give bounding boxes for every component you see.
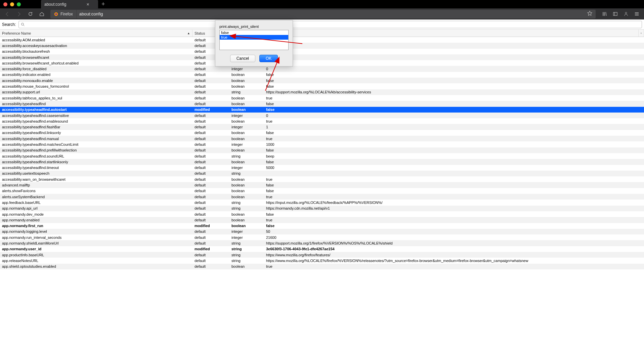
- pref-name: accessibility.typeaheadfind.flashBar: [0, 125, 192, 129]
- window-close-button[interactable]: [3, 2, 7, 6]
- pref-row[interactable]: accessibility.accesskeycausesactivationd…: [0, 43, 644, 48]
- pref-row[interactable]: app.normandy.shieldLearnMoreUrldefaultst…: [0, 240, 644, 246]
- dialog-option[interactable]: false: [220, 30, 288, 35]
- pref-type: integer: [229, 229, 264, 233]
- url-text[interactable]: about:config: [77, 11, 584, 16]
- pref-row[interactable]: accessibility.typeaheadfind.startlinkson…: [0, 159, 644, 165]
- pref-row[interactable]: app.normandy.dev_modedefaultbooleanfalse: [0, 211, 644, 217]
- site-identity[interactable]: Firefox: [50, 10, 77, 18]
- sidebar-button[interactable]: [610, 9, 620, 19]
- cancel-button[interactable]: Cancel: [230, 55, 255, 62]
- pref-status: default: [192, 131, 229, 135]
- pref-row[interactable]: accessibility.typeaheadfind.autostartmod…: [0, 107, 644, 113]
- browser-tab[interactable]: about:config ×: [41, 0, 98, 8]
- pref-row[interactable]: accessibility.tabfocus_applies_to_xuldef…: [0, 95, 644, 101]
- pref-row[interactable]: accessibility.typeaheadfind.soundURLdefa…: [0, 153, 644, 159]
- column-picker-button[interactable]: [639, 30, 644, 37]
- pref-row[interactable]: accessibility.typeaheadfind.casesensitiv…: [0, 113, 644, 118]
- account-button[interactable]: [621, 9, 631, 19]
- window-zoom-button[interactable]: [17, 2, 21, 6]
- pref-row[interactable]: alerts.showFaviconsdefaultbooleanfalse: [0, 188, 644, 194]
- column-header-value[interactable]: Value: [264, 30, 639, 37]
- tab-close-icon[interactable]: ×: [86, 2, 89, 7]
- pref-name: accessibility.typeaheadfind.autostart: [0, 107, 192, 112]
- search-box[interactable]: [18, 21, 642, 28]
- pref-type: boolean: [229, 137, 264, 141]
- pref-row[interactable]: app.normandy.logging.leveldefaultinteger…: [0, 229, 644, 234]
- app-menu-button[interactable]: [632, 9, 641, 19]
- pref-status: default: [192, 154, 229, 158]
- pref-row[interactable]: advanced.mailftpdefaultbooleanfalse: [0, 182, 644, 188]
- pref-status: default: [192, 160, 229, 164]
- hamburger-icon: [634, 11, 639, 16]
- pref-name: app.shield.optoutstudies.enabled: [0, 264, 192, 268]
- pref-row[interactable]: accessibility.typeaheadfind.linksonlydef…: [0, 130, 644, 136]
- pref-row[interactable]: accessibility.blockautorefreshdefault: [0, 49, 644, 54]
- pref-value: 21600: [264, 235, 644, 240]
- sidebar-icon: [613, 11, 618, 16]
- reload-icon: [28, 11, 33, 16]
- pref-status: default: [192, 84, 229, 88]
- pref-row[interactable]: accessibility.typeaheadfind.prefillwiths…: [0, 147, 644, 153]
- column-header-name[interactable]: Preference Name ▲: [0, 30, 192, 37]
- ok-button[interactable]: OK: [259, 55, 278, 62]
- pref-row[interactable]: alerts.useSystemBackenddefaultbooleantru…: [0, 194, 644, 200]
- pref-name: app.normandy.run_interval_seconds: [0, 235, 192, 240]
- pref-type: string: [229, 154, 264, 158]
- pref-row[interactable]: accessibility.typeaheadfind.enablesoundd…: [0, 118, 644, 124]
- pref-value: false: [264, 107, 644, 112]
- pref-row[interactable]: accessibility.AOM.enableddefault: [0, 37, 644, 43]
- pref-status: default: [192, 229, 229, 233]
- pref-row[interactable]: accessibility.browsewithcaret_shortcut.e…: [0, 60, 644, 66]
- pref-row[interactable]: app.productInfo.baseURLdefaultstringhttp…: [0, 252, 644, 258]
- dialog-listbox[interactable]: falsetrue: [219, 30, 289, 50]
- pref-name: app.feedback.baseURL: [0, 201, 192, 205]
- back-button[interactable]: [3, 9, 12, 19]
- forward-button[interactable]: [14, 9, 24, 19]
- pref-row[interactable]: accessibility.support.urldefaultstringht…: [0, 89, 644, 95]
- home-button[interactable]: [37, 9, 46, 19]
- pref-row[interactable]: app.normandy.enableddefaultbooleantrue: [0, 217, 644, 223]
- dialog-option[interactable]: true: [220, 35, 288, 40]
- pref-name: accessibility.warn_on_browsewithcaret: [0, 177, 192, 181]
- pref-row[interactable]: accessibility.force_disableddefaultinteg…: [0, 66, 644, 72]
- pref-row[interactable]: accessibility.mouse_focuses_formcontrold…: [0, 83, 644, 89]
- pref-type: string: [229, 206, 264, 210]
- pref-row[interactable]: app.normandy.run_interval_secondsdefault…: [0, 234, 644, 240]
- pref-row[interactable]: app.shield.optoutstudies.enableddefaultb…: [0, 264, 644, 269]
- library-icon: [602, 11, 607, 16]
- pref-row[interactable]: app.normandy.first_runmodifiedbooleanfal…: [0, 223, 644, 229]
- pref-type: integer: [229, 114, 264, 118]
- pref-type: boolean: [229, 189, 264, 193]
- window-minimize-button[interactable]: [10, 2, 14, 6]
- home-icon: [39, 11, 44, 16]
- pref-row[interactable]: accessibility.typeaheadfinddefaultboolea…: [0, 101, 644, 106]
- pref-row[interactable]: accessibility.browsewithcaretdefault: [0, 54, 644, 60]
- pref-status: default: [192, 119, 229, 123]
- bookmark-star-button[interactable]: [584, 11, 596, 17]
- preferences-list[interactable]: accessibility.AOM.enableddefaultaccessib…: [0, 37, 644, 346]
- pref-value: false: [264, 102, 644, 106]
- pref-type: integer: [229, 67, 264, 71]
- library-button[interactable]: [600, 9, 609, 19]
- pref-row[interactable]: app.releaseNotesURLdefaultstringhttps://…: [0, 258, 644, 263]
- pref-row[interactable]: accessibility.indicator.enableddefaultbo…: [0, 72, 644, 78]
- pref-row[interactable]: accessibility.monoaudio.enabledefaultboo…: [0, 78, 644, 83]
- address-bar[interactable]: Firefox about:config: [50, 10, 596, 18]
- reload-button[interactable]: [26, 9, 35, 19]
- pref-row[interactable]: accessibility.typeaheadfind.matchesCount…: [0, 141, 644, 147]
- pref-row[interactable]: accessibility.typeaheadfind.flashBardefa…: [0, 124, 644, 130]
- pref-row[interactable]: app.feedback.baseURLdefaultstringhttps:/…: [0, 200, 644, 205]
- pref-row[interactable]: accessibility.typeaheadfind.manualdefaul…: [0, 136, 644, 141]
- pref-name: accessibility.typeaheadfind: [0, 102, 192, 106]
- pref-row[interactable]: app.normandy.api_urldefaultstringhttps:/…: [0, 206, 644, 211]
- new-tab-button[interactable]: +: [101, 1, 105, 8]
- pref-name: accessibility.accesskeycausesactivation: [0, 44, 192, 48]
- pref-row[interactable]: accessibility.usetexttospeechdefaultstri…: [0, 171, 644, 176]
- pref-row[interactable]: accessibility.warn_on_browsewithcaretdef…: [0, 176, 644, 182]
- pref-row[interactable]: app.normandy.user_idmodifiedstring3e6630…: [0, 246, 644, 252]
- pref-value: false: [264, 79, 644, 83]
- search-input[interactable]: [27, 22, 640, 27]
- pref-name: accessibility.typeaheadfind.prefillwiths…: [0, 148, 192, 152]
- pref-row[interactable]: accessibility.typeaheadfind.timeoutdefau…: [0, 165, 644, 171]
